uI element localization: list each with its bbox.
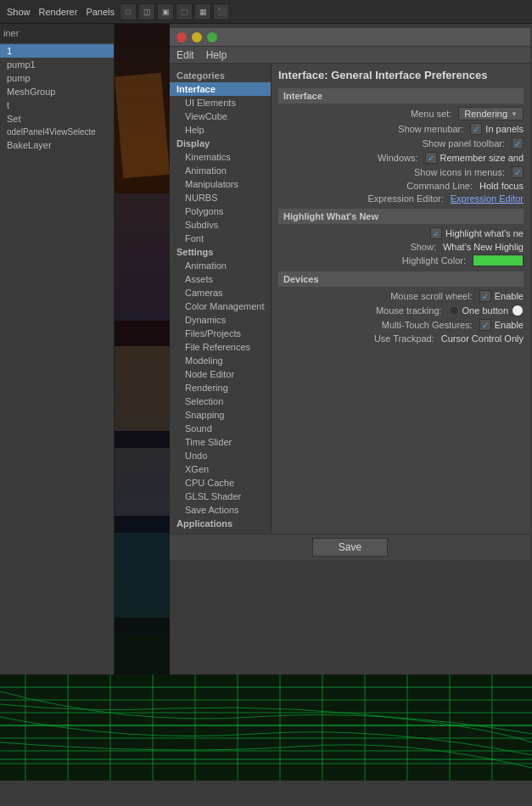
- cat-settings[interactable]: Settings: [170, 245, 271, 259]
- pref-highlight-show: Show: What's New Highlig: [278, 242, 524, 252]
- cat-nurbs[interactable]: NURBS: [170, 191, 271, 204]
- cat-file-references[interactable]: File References: [170, 340, 271, 354]
- pref-highlight-new-checkbox[interactable]: ✓: [430, 227, 442, 239]
- pref-mouse-tracking-indicator: [512, 305, 524, 316]
- pref-show-icons-checkbox[interactable]: ✓: [512, 166, 524, 178]
- outliner-item-pump1[interactable]: pump1: [0, 58, 114, 71]
- cat-subdivs[interactable]: Subdivs: [170, 218, 271, 232]
- titlebar-maximize-btn[interactable]: [207, 32, 217, 42]
- pref-expression-editor-link[interactable]: Expression Editor: [451, 193, 524, 204]
- cat-color-management[interactable]: Color Management: [170, 299, 271, 313]
- outliner-item-panel4[interactable]: odelPanel4ViewSelecte: [0, 126, 114, 138]
- pref-show-icons: Show icons in menus: ✓: [278, 166, 524, 178]
- cat-sound[interactable]: Sound: [170, 422, 271, 435]
- pref-show-icons-label: Show icons in menus:: [414, 167, 505, 177]
- outliner-item-meshgroup[interactable]: MeshGroup: [0, 85, 114, 98]
- cat-applications[interactable]: Applications: [170, 517, 271, 530]
- cat-dynamics[interactable]: Dynamics: [170, 313, 271, 327]
- pref-mouse-scroll-value: Enable: [495, 291, 524, 301]
- cat-font[interactable]: Font: [170, 232, 271, 245]
- viewport-panel: [0, 674, 532, 781]
- cat-viewcube[interactable]: ViewCube: [170, 109, 271, 123]
- outliner-item-set[interactable]: Set: [0, 112, 114, 126]
- section-devices: Devices: [278, 271, 524, 287]
- cat-modeling[interactable]: Modeling: [170, 354, 271, 367]
- cat-assets[interactable]: Assets: [170, 272, 271, 286]
- cat-time-slider[interactable]: Time Slider: [170, 435, 271, 449]
- toolbar-icon-6[interactable]: ⬛: [213, 3, 230, 20]
- outliner-item-t[interactable]: t: [0, 98, 114, 112]
- pref-command-line-label: Command Line:: [406, 181, 473, 191]
- section-highlight: Highlight What's New: [278, 209, 524, 224]
- pref-highlight-color: Highlight Color:: [278, 255, 524, 266]
- pref-mouse-tracking-radio[interactable]: [449, 305, 459, 316]
- pref-multitouch: Multi-Touch Gestures: ✓ Enable: [278, 319, 524, 331]
- pref-show-menubar-checkbox[interactable]: ✓: [470, 123, 482, 135]
- pref-show-panel-toolbar: Show panel toolbar: ✓: [278, 137, 524, 149]
- cat-manipulators[interactable]: Manipulators: [170, 177, 271, 191]
- outliner-list: 1 pump1 pump MeshGroup t Set odelPanel4V…: [0, 42, 114, 769]
- pref-mouse-scroll-checkbox[interactable]: ✓: [479, 290, 491, 302]
- cat-rendering[interactable]: Rendering: [170, 381, 271, 395]
- outliner-item-bakelayer[interactable]: BakeLayer: [0, 138, 114, 152]
- dropdown-arrow: ▼: [511, 110, 518, 118]
- cat-xgen[interactable]: XGen: [170, 462, 271, 476]
- pref-menu-set-dropdown[interactable]: Rendering ▼: [458, 107, 524, 120]
- pref-show-menubar-label: Show menubar:: [398, 124, 463, 134]
- pref-show-panel-toolbar-checkbox[interactable]: ✓: [512, 137, 524, 149]
- pref-highlight-color-label: Highlight Color:: [402, 255, 466, 266]
- categories-header: Categories: [170, 67, 271, 82]
- toolbar-icon-1[interactable]: □: [120, 3, 137, 20]
- pref-show-panel-toolbar-label: Show panel toolbar:: [423, 138, 505, 148]
- toolbar-renderer[interactable]: Renderer: [36, 7, 81, 17]
- outliner-item-1[interactable]: 1: [0, 44, 114, 58]
- cat-interface[interactable]: Interface: [170, 82, 271, 96]
- background-strip: [115, 24, 170, 711]
- pref-windows-checkbox[interactable]: ✓: [425, 152, 437, 164]
- cat-cameras[interactable]: Cameras: [170, 286, 271, 299]
- cat-display[interactable]: Display: [170, 137, 271, 150]
- pref-command-line-value: Hold focus: [479, 181, 524, 191]
- titlebar-close-btn[interactable]: [176, 32, 187, 42]
- cat-save-actions[interactable]: Save Actions: [170, 503, 271, 517]
- titlebar-minimize-btn[interactable]: [192, 32, 202, 42]
- menu-edit[interactable]: Edit: [176, 49, 194, 61]
- pref-highlight-new-value: Highlight what's ne: [445, 228, 524, 238]
- cat-files-projects[interactable]: Files/Projects: [170, 327, 271, 340]
- pref-highlight-new: ✓ Highlight what's ne: [278, 227, 524, 239]
- cat-node-editor[interactable]: Node Editor: [170, 367, 271, 381]
- pref-highlight-show-label: Show:: [410, 242, 436, 252]
- toolbar-show[interactable]: Show: [3, 7, 34, 17]
- cat-selection[interactable]: Selection: [170, 395, 271, 408]
- cat-animation[interactable]: Animation: [170, 164, 271, 177]
- pref-show-menubar-value: In panels: [485, 124, 524, 134]
- cat-glsl-shader[interactable]: GLSL Shader: [170, 490, 271, 503]
- dialog-titlebar: [170, 28, 530, 47]
- cat-kinematics[interactable]: Kinematics: [170, 150, 271, 164]
- toolbar-icon-4[interactable]: ⬚: [176, 3, 193, 20]
- toolbar-icon-2[interactable]: ◫: [138, 3, 155, 20]
- outliner-toolbar: iner: [0, 24, 114, 42]
- main-toolbar: Show Renderer Panels □ ◫ ▣ ⬚ ▦ ⬛: [0, 0, 532, 24]
- pref-highlight-color-swatch[interactable]: [473, 255, 524, 266]
- cat-help[interactable]: Help: [170, 123, 271, 137]
- cat-settings-animation[interactable]: Animation: [170, 259, 271, 272]
- pref-multitouch-checkbox[interactable]: ✓: [479, 319, 491, 331]
- pref-mouse-scroll: Mouse scroll wheel: ✓ Enable: [278, 290, 524, 302]
- pref-mouse-tracking-value: One button: [462, 305, 508, 316]
- cat-polygons[interactable]: Polygons: [170, 204, 271, 218]
- cat-undo[interactable]: Undo: [170, 449, 271, 462]
- cat-snapping[interactable]: Snapping: [170, 408, 271, 422]
- outliner-item-pump[interactable]: pump: [0, 71, 114, 85]
- pref-menu-set: Menu set: Rendering ▼: [278, 107, 524, 120]
- pref-trackpad-value: Cursor Control Only: [441, 333, 524, 344]
- toolbar-icon-5[interactable]: ▦: [194, 3, 211, 20]
- menu-help[interactable]: Help: [206, 49, 227, 61]
- toolbar-panels[interactable]: Panels: [82, 7, 118, 17]
- cat-cpu-cache[interactable]: CPU Cache: [170, 476, 271, 490]
- toolbar-icon-3[interactable]: ▣: [157, 3, 174, 20]
- save-button[interactable]: Save: [312, 538, 388, 557]
- cat-ui-elements[interactable]: UI Elements: [170, 96, 271, 109]
- pref-menu-set-label: Menu set:: [411, 109, 451, 119]
- dialog-menubar: Edit Help: [170, 47, 530, 64]
